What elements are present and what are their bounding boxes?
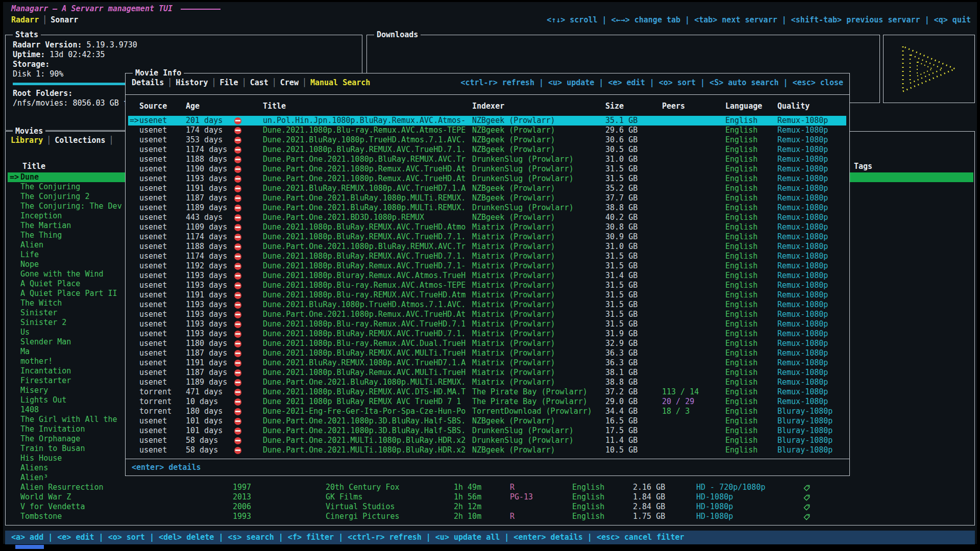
tab-history[interactable]: History <box>176 78 208 87</box>
search-result-row[interactable]: usenet1191 daysDune.2021.BluRay.REMUX.10… <box>128 184 846 193</box>
selection-marker <box>8 289 20 298</box>
result-quality: Remux-1080p <box>777 319 846 329</box>
movie-year: 1997 <box>233 483 326 492</box>
search-result-row[interactable]: usenet1187 daysDune.2021.1080p.BluRay.RE… <box>128 348 846 358</box>
no-entry-icon <box>234 282 241 289</box>
search-result-row[interactable]: usenet101 daysDune.Part.One.2021.1080p.3… <box>128 426 846 436</box>
tab-sonarr[interactable]: Sonarr <box>51 15 78 24</box>
result-title: Dune.2021.1080p.BluRay.REMUX.AVC.TrueHD.… <box>263 222 472 232</box>
search-result-row[interactable]: usenet1192 daysDune.2021.1080p.BluRay.Re… <box>128 261 846 271</box>
movie-language: English <box>572 502 633 512</box>
search-result-row[interactable]: usenet1188 daysDune.Part.One.2021.1080p.… <box>128 242 846 252</box>
result-peers <box>662 193 725 203</box>
search-result-row[interactable]: usenet1190 daysDune.Part.One.2021.1080p.… <box>128 164 846 174</box>
movie-tags <box>852 211 973 221</box>
search-result-row[interactable]: usenet58 daysDune.Part.One.2021.MULTi.10… <box>128 445 846 455</box>
search-result-row[interactable]: usenet1191 daysDune.2021.1080p.Blu-ray.R… <box>128 290 846 300</box>
movie-info-tabs: DetailsHistoryFileCastCrewManual Search <box>132 78 370 87</box>
no-entry-icon <box>234 195 241 202</box>
search-result-row[interactable]: usenet1187 daysDune.Part.One.2021.BluRay… <box>128 193 846 203</box>
search-result-row[interactable]: usenet443 daysDune.Part.One.2021.BD3D.10… <box>128 213 846 222</box>
tab-crew[interactable]: Crew <box>280 78 299 87</box>
selection-marker <box>128 358 139 368</box>
no-entry-icon <box>234 418 241 425</box>
movie-language: English <box>572 492 633 502</box>
result-size: 31.5 GB <box>605 261 662 271</box>
result-age: 1193 days <box>186 300 234 310</box>
search-result-row[interactable]: usenet1193 daysDune.2021.BluRay.1080p.Tr… <box>128 300 846 310</box>
result-size: 38.8 GB <box>605 203 662 213</box>
result-size: 35.2 GB <box>605 184 662 193</box>
search-result-row[interactable]: usenet1109 daysDune.2021.1080p.BluRay.RE… <box>128 222 846 232</box>
result-source: usenet <box>139 358 186 368</box>
search-result-row[interactable]: usenet1187 daysDune.2021.1080p.BluRay.Re… <box>128 368 846 378</box>
uptime-label: Uptime: <box>13 50 45 59</box>
movie-title: World War Z <box>20 492 233 502</box>
movie-language: English <box>572 512 633 521</box>
tab-library[interactable]: Library <box>11 136 43 145</box>
movie-list-item[interactable]: V for Vendetta2006Virtual Studios2h 12mE… <box>8 502 973 512</box>
search-result-row[interactable]: usenet1193 daysDune.2021.1080p.Blu-ray.R… <box>128 319 846 329</box>
movie-list-item[interactable]: Alien Resurrection199720th Century Fox1h… <box>8 483 973 492</box>
result-age: 1187 days <box>186 368 234 378</box>
rejected-icon <box>234 242 263 252</box>
search-result-row[interactable]: usenet1193 daysDune.2021.1080p.Blu-ray.R… <box>128 281 846 290</box>
search-result-row[interactable]: usenet1174 daysDune.2021.1080p.BluRay.RE… <box>128 145 846 155</box>
search-result-row[interactable]: usenet174 daysDune.2021.1080p.Blu-ray.Re… <box>128 126 846 135</box>
search-result-row[interactable]: usenet1180 daysDune.2021.1080p.Blu-ray.R… <box>128 339 846 348</box>
result-quality: Remux-1080p <box>777 368 846 378</box>
search-result-row[interactable]: =>usenet201 daysun.Pol.Hin.Jpn.1080p.Blu… <box>128 116 846 126</box>
movie-list-item[interactable]: Tombstone1993Cinergi Pictures2h 10mREngl… <box>8 512 973 521</box>
result-indexer: Miatrix (Prowlarr) <box>472 358 605 368</box>
search-result-row[interactable]: usenet1193 daysDune.Part.One.2021.1080p.… <box>128 174 846 184</box>
tab-file[interactable]: File <box>220 78 238 87</box>
result-peers <box>662 232 725 242</box>
result-peers <box>662 300 725 310</box>
result-peers <box>662 155 725 164</box>
result-peers <box>662 445 725 455</box>
search-result-row[interactable]: torrent10 daysDune 2021 1080p BluRay REM… <box>128 397 846 407</box>
search-result-row[interactable]: usenet1174 daysDune.2021.1080p.BluRay.RE… <box>128 252 846 261</box>
search-result-row[interactable]: usenet58 daysDune.Part.One.2021.MULTi.10… <box>128 436 846 445</box>
tab-collections[interactable]: Collections <box>55 136 105 145</box>
result-language: English <box>725 252 777 261</box>
result-age: 58 days <box>186 445 234 455</box>
selection-marker <box>128 436 139 445</box>
result-language: English <box>725 155 777 164</box>
tab-radarr[interactable]: Radarr <box>11 15 39 24</box>
search-result-row[interactable]: torrent180 daysDune-2021-Eng-Fre-Ger-Ita… <box>128 407 846 416</box>
search-result-row[interactable]: usenet1193 daysDune.2021.1080p.BluRay.RE… <box>128 329 846 339</box>
result-source: usenet <box>139 145 186 155</box>
rejected-icon <box>234 290 263 300</box>
selection-marker <box>128 348 139 358</box>
search-result-row[interactable]: usenet1174 daysDune.2021.1080p.BluRay.RE… <box>128 232 846 242</box>
no-entry-icon <box>234 360 241 367</box>
search-result-row[interactable]: usenet1191 daysDune.2021.BluRay.REMUX.10… <box>128 358 846 368</box>
result-age: 201 days <box>186 116 234 126</box>
tab-cast[interactable]: Cast <box>250 78 268 87</box>
selection-marker <box>8 260 20 269</box>
search-result-row[interactable]: torrent471 daysDune.2021.1080p.BluRay.RE… <box>128 387 846 397</box>
result-source: usenet <box>139 426 186 436</box>
rejected-icon <box>234 368 263 378</box>
search-result-row[interactable]: usenet1193 daysDune.2021.1080p.Bluray.Re… <box>128 271 846 281</box>
movie-quality: HD-1080p <box>696 502 803 512</box>
movie-title: V for Vendetta <box>20 502 233 512</box>
result-source: usenet <box>139 445 186 455</box>
rejected-icon <box>234 426 263 436</box>
search-result-row[interactable]: usenet1189 daysDune.Part.One.2021.BluRay… <box>128 378 846 387</box>
tab-manual-search[interactable]: Manual Search <box>310 78 370 87</box>
result-quality: Remux-1080p <box>777 358 846 368</box>
selection-marker <box>8 347 20 357</box>
search-result-row[interactable]: usenet353 daysDune.2021.BluRay.1080p.Tru… <box>128 135 846 145</box>
result-age: 1180 days <box>186 339 234 348</box>
movie-list-item[interactable]: World War Z2013GK Films1h 56mPG-13Englis… <box>8 492 973 502</box>
rejected-icon <box>234 193 263 203</box>
search-result-row[interactable]: usenet1189 daysDune.Part.One.2021.BluRay… <box>128 203 846 213</box>
tab-details[interactable]: Details <box>132 78 164 87</box>
result-size: 36.3 GB <box>605 358 662 368</box>
search-result-row[interactable]: usenet1193 daysDune.Part.One.2021.1080p.… <box>128 310 846 319</box>
search-result-row[interactable]: usenet101 daysDune.Part.One.2021.1080p.3… <box>128 416 846 426</box>
footer-divider <box>126 459 849 459</box>
search-result-row[interactable]: usenet1188 daysDune.Part.One.2021.1080p.… <box>128 155 846 164</box>
